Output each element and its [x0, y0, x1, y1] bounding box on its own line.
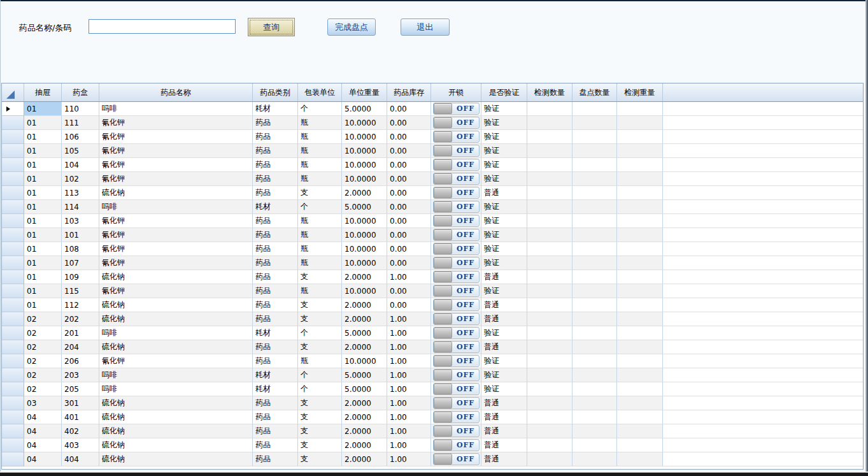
toggle-knob[interactable] — [434, 229, 452, 240]
row-header[interactable] — [2, 158, 24, 172]
cell-drug-name[interactable]: 氰化钾 — [99, 354, 253, 368]
toggle-knob[interactable] — [434, 426, 452, 436]
cell-drawer[interactable]: 01 — [24, 298, 62, 312]
cell-lock[interactable]: OFF — [431, 144, 481, 158]
cell-lock[interactable]: OFF — [431, 130, 481, 144]
cell-detect-qty[interactable] — [527, 438, 573, 452]
cell-drawer[interactable]: 01 — [24, 172, 62, 186]
cell-drawer[interactable]: 01 — [24, 186, 62, 200]
cell-unit-weight[interactable]: 10.0000 — [342, 158, 387, 172]
cell-verify-type[interactable]: 验证 — [481, 228, 527, 242]
cell-stock[interactable]: 1.00 — [387, 326, 431, 340]
cell-drug-name[interactable]: 氰化钾 — [99, 242, 253, 256]
cell-category[interactable]: 药品 — [253, 130, 298, 144]
cell-count-qty[interactable] — [573, 354, 617, 368]
cell-drawer[interactable]: 01 — [24, 158, 62, 172]
cell-drug-name[interactable]: 吗啡 — [99, 102, 253, 116]
cell-unit-weight[interactable]: 10.0000 — [342, 354, 387, 368]
lock-toggle[interactable]: OFF — [433, 453, 480, 465]
cell-count-qty[interactable] — [573, 102, 617, 116]
column-header-1[interactable]: 药盒 — [62, 83, 99, 101]
cell-detect-weight[interactable] — [617, 368, 663, 382]
cell-package-unit[interactable]: 个 — [298, 200, 342, 214]
cell-detect-qty[interactable] — [527, 158, 573, 172]
cell-detect-qty[interactable] — [527, 452, 573, 466]
toggle-knob[interactable] — [434, 454, 452, 465]
lock-toggle[interactable]: OFF — [433, 355, 480, 367]
cell-count-qty[interactable] — [573, 452, 617, 466]
cell-drug-name[interactable]: 硫化钠 — [99, 270, 253, 284]
cell-drug-name[interactable]: 硫化钠 — [99, 424, 253, 438]
cell-package-unit[interactable]: 瓶 — [298, 284, 342, 298]
cell-unit-weight[interactable]: 2.0000 — [342, 410, 387, 424]
cell-detect-qty[interactable] — [527, 144, 573, 158]
lock-toggle[interactable]: OFF — [433, 187, 480, 199]
cell-box[interactable]: 401 — [62, 410, 99, 424]
toggle-knob[interactable] — [434, 299, 452, 310]
cell-box[interactable]: 108 — [62, 242, 99, 256]
cell-package-unit[interactable]: 个 — [298, 326, 342, 340]
column-header-11[interactable]: 检测重量 — [617, 83, 663, 101]
cell-lock[interactable]: OFF — [431, 312, 481, 326]
cell-count-qty[interactable] — [573, 340, 617, 354]
cell-lock[interactable]: OFF — [431, 410, 481, 424]
row-header[interactable] — [2, 284, 24, 298]
cell-count-qty[interactable] — [573, 396, 617, 410]
cell-stock[interactable]: 1.00 — [387, 382, 431, 396]
cell-box[interactable]: 102 — [62, 172, 99, 186]
cell-drug-name[interactable]: 吗啡 — [99, 368, 253, 382]
cell-stock[interactable]: 1.00 — [387, 270, 431, 284]
cell-lock[interactable]: OFF — [431, 214, 481, 228]
cell-detect-qty[interactable] — [527, 130, 573, 144]
cell-drug-name[interactable]: 硫化钠 — [99, 340, 253, 354]
cell-lock[interactable]: OFF — [431, 340, 481, 354]
cell-category[interactable]: 耗材 — [253, 368, 298, 382]
cell-verify-type[interactable]: 验证 — [481, 116, 527, 130]
lock-toggle[interactable]: OFF — [433, 145, 480, 157]
cell-detect-weight[interactable] — [617, 424, 663, 438]
cell-detect-weight[interactable] — [617, 312, 663, 326]
cell-lock[interactable]: OFF — [431, 382, 481, 396]
cell-verify-type[interactable]: 验证 — [481, 130, 527, 144]
cell-detect-weight[interactable] — [617, 242, 663, 256]
cell-unit-weight[interactable]: 10.0000 — [342, 214, 387, 228]
cell-category[interactable]: 药品 — [253, 214, 298, 228]
cell-lock[interactable]: OFF — [431, 438, 481, 452]
cell-verify-type[interactable]: 普通 — [481, 298, 527, 312]
cell-box[interactable]: 404 — [62, 452, 99, 466]
row-header[interactable] — [2, 452, 24, 466]
lock-toggle[interactable]: OFF — [433, 173, 480, 185]
cell-category[interactable]: 耗材 — [253, 326, 298, 340]
cell-drug-name[interactable]: 硫化钠 — [99, 452, 253, 466]
toggle-knob[interactable] — [434, 285, 452, 296]
cell-lock[interactable]: OFF — [431, 228, 481, 242]
cell-count-qty[interactable] — [573, 270, 617, 284]
lock-toggle[interactable]: OFF — [433, 369, 480, 381]
cell-drug-name[interactable]: 氰化钾 — [99, 144, 253, 158]
cell-unit-weight[interactable]: 10.0000 — [342, 256, 387, 270]
lock-toggle[interactable]: OFF — [433, 285, 480, 297]
cell-category[interactable]: 药品 — [253, 452, 298, 466]
cell-detect-qty[interactable] — [527, 214, 573, 228]
cell-lock[interactable]: OFF — [431, 102, 481, 116]
cell-package-unit[interactable]: 支 — [298, 186, 342, 200]
lock-toggle[interactable]: OFF — [433, 299, 480, 311]
column-header-2[interactable]: 药品名称 — [99, 83, 253, 101]
cell-verify-type[interactable]: 验证 — [481, 256, 527, 270]
cell-count-qty[interactable] — [573, 144, 617, 158]
cell-lock[interactable]: OFF — [431, 284, 481, 298]
cell-drug-name[interactable]: 硫化钠 — [99, 396, 253, 410]
cell-box[interactable]: 112 — [62, 298, 99, 312]
cell-drug-name[interactable]: 氰化钾 — [99, 284, 253, 298]
cell-stock[interactable]: 0.00 — [387, 186, 431, 200]
cell-package-unit[interactable]: 个 — [298, 382, 342, 396]
cell-drawer[interactable]: 02 — [24, 382, 62, 396]
cell-count-qty[interactable] — [573, 228, 617, 242]
cell-box[interactable]: 115 — [62, 284, 99, 298]
cell-category[interactable]: 药品 — [253, 172, 298, 186]
cell-drug-name[interactable]: 硫化钠 — [99, 312, 253, 326]
cell-verify-type[interactable]: 验证 — [481, 172, 527, 186]
cell-box[interactable]: 206 — [62, 354, 99, 368]
cell-unit-weight[interactable]: 10.0000 — [342, 130, 387, 144]
row-header[interactable] — [2, 186, 24, 200]
